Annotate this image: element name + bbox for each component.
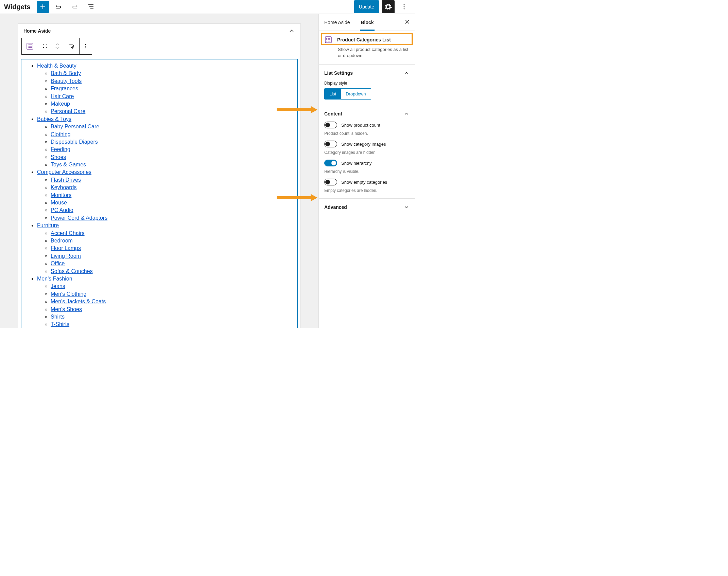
svg-point-4: [28, 44, 29, 45]
toggle-show-product-count[interactable]: [324, 122, 337, 128]
redo-button[interactable]: [68, 0, 82, 14]
subcategory-item: Men's Shoes: [51, 306, 293, 313]
subcategory-link[interactable]: T-Shirts: [51, 321, 69, 327]
list-view-icon: [87, 3, 95, 11]
subcategory-item: Keyboards: [51, 184, 293, 191]
subcategory-link[interactable]: Keyboards: [51, 184, 77, 190]
subcategory-link[interactable]: Personal Care: [51, 108, 85, 114]
move-to-area-button[interactable]: [63, 38, 80, 54]
chevron-down-icon: [403, 204, 410, 210]
toggle-show-category-images[interactable]: [324, 141, 337, 147]
display-style-group: List Dropdown: [324, 88, 371, 100]
subcategory-link[interactable]: Jeans: [51, 283, 65, 289]
subcategory-item: Bath & Body: [51, 70, 293, 77]
category-link[interactable]: Health & Beauty: [37, 63, 76, 69]
subcategory-link[interactable]: Monitors: [51, 192, 71, 198]
subcategory-item: Monitors: [51, 192, 293, 199]
drag-handle[interactable]: [38, 38, 52, 54]
subcategory-item: Sofas & Couches: [51, 268, 293, 275]
subcategory-item: Makeup: [51, 100, 293, 108]
category-link[interactable]: Computer Accessories: [37, 169, 91, 175]
close-sidebar-button[interactable]: [399, 19, 415, 26]
advanced-heading[interactable]: Advanced: [324, 204, 410, 210]
more-vertical-icon: [400, 3, 408, 11]
subcategory-link[interactable]: Men's Clothing: [51, 291, 86, 297]
update-button[interactable]: Update: [354, 0, 379, 13]
subcategory-link[interactable]: PC Audio: [51, 207, 73, 213]
content-heading[interactable]: Content: [324, 111, 410, 117]
category-link[interactable]: Men's Fashion: [37, 276, 72, 282]
settings-button[interactable]: [382, 0, 395, 13]
more-vertical-icon: [82, 43, 89, 50]
category-item: FurnitureAccent ChairsBedroomFloor Lamps…: [37, 222, 293, 275]
close-icon: [404, 19, 410, 25]
widget-area-header[interactable]: Home Aside: [18, 24, 300, 35]
category-item: Health & BeautyBath & BodyBeauty ToolsFr…: [37, 62, 293, 115]
product-categories-block[interactable]: Health & BeautyBath & BodyBeauty ToolsFr…: [21, 59, 298, 328]
toggle-label: Show category images: [341, 142, 386, 147]
subcategory-link[interactable]: Living Room: [51, 253, 81, 259]
subcategory-link[interactable]: Flash Drives: [51, 177, 81, 183]
subcategory-link[interactable]: Baby Personal Care: [51, 124, 99, 129]
subcategory-link[interactable]: Power Cord & Adaptors: [51, 215, 107, 221]
category-link[interactable]: Babies & Toys: [37, 116, 71, 122]
toggle-show-hierarchy[interactable]: [324, 160, 337, 166]
subcategory-link[interactable]: Accent Chairs: [51, 230, 85, 236]
subcategory-link[interactable]: Sofas & Couches: [51, 268, 93, 274]
subcategory-link[interactable]: Men's Jackets & Coats: [51, 299, 106, 304]
sidebar-tabs: Home Aside Block: [319, 14, 415, 31]
advanced-panel: Advanced: [319, 199, 415, 216]
block-more-button[interactable]: [80, 38, 92, 54]
undo-icon: [54, 3, 63, 11]
subcategory-link[interactable]: Bedroom: [51, 238, 73, 244]
list-view-button[interactable]: [84, 0, 98, 14]
move-to-icon: [67, 42, 75, 50]
subcategory-link[interactable]: Shoes: [51, 154, 66, 160]
subcategory-link[interactable]: Toys & Games: [51, 162, 86, 167]
svg-point-8: [43, 47, 44, 48]
add-block-button[interactable]: [37, 1, 49, 13]
svg-point-2: [403, 8, 404, 9]
svg-point-15: [326, 38, 327, 39]
settings-sidebar: Home Aside Block Product Categories List…: [318, 14, 415, 328]
plus-icon: [39, 3, 47, 11]
subcategory-item: Shoes: [51, 154, 293, 161]
subcategory-item: Living Room: [51, 252, 293, 260]
block-type-button[interactable]: [22, 38, 38, 54]
tab-home-aside[interactable]: Home Aside: [319, 14, 355, 31]
setting-desc: Hierarchy is visible.: [324, 169, 410, 174]
subcategory-link[interactable]: Bath & Body: [51, 70, 81, 76]
toggle-show-empty-categories[interactable]: [324, 179, 337, 185]
tab-block[interactable]: Block: [355, 14, 379, 31]
category-link[interactable]: Furniture: [37, 222, 59, 228]
category-item: Babies & ToysBaby Personal CareClothingD…: [37, 115, 293, 169]
subcategory-link[interactable]: Makeup: [51, 101, 70, 107]
display-style-list[interactable]: List: [325, 89, 341, 99]
undo-button[interactable]: [52, 0, 65, 14]
subcategory-link[interactable]: Clothing: [51, 131, 71, 137]
content-panel: Content Show product count Product count…: [319, 105, 415, 199]
block-card-desc: Show all product categories as a list or…: [338, 47, 410, 59]
subcategory-link[interactable]: Men's Shoes: [51, 306, 82, 312]
subcategory-link[interactable]: Office: [51, 260, 65, 266]
subcategory-link[interactable]: Mouse: [51, 200, 67, 205]
svg-point-6: [28, 47, 29, 48]
subcategory-link[interactable]: Feeding: [51, 146, 70, 152]
subcategory-link[interactable]: Fragrances: [51, 86, 78, 91]
display-style-dropdown[interactable]: Dropdown: [341, 89, 370, 99]
chevron-up-icon: [403, 111, 410, 117]
subcategory-link[interactable]: Disposable Diapers: [51, 139, 98, 145]
widget-area-title: Home Aside: [23, 28, 51, 34]
move-updown[interactable]: [52, 38, 63, 54]
list-settings-heading[interactable]: List Settings: [324, 70, 410, 76]
more-options-button[interactable]: [397, 0, 411, 14]
subcategory-link[interactable]: Floor Lamps: [51, 245, 81, 251]
subcategory-item: Office: [51, 260, 293, 267]
chevron-down-icon: [55, 46, 60, 50]
subcategory-link[interactable]: Beauty Tools: [51, 78, 82, 84]
subcategory-link[interactable]: Hair Care: [51, 93, 74, 99]
subcategory-item: Beauty Tools: [51, 77, 293, 85]
subcategory-item: Feeding: [51, 146, 293, 153]
drag-icon: [42, 43, 48, 49]
subcategory-link[interactable]: Shirts: [51, 314, 65, 320]
